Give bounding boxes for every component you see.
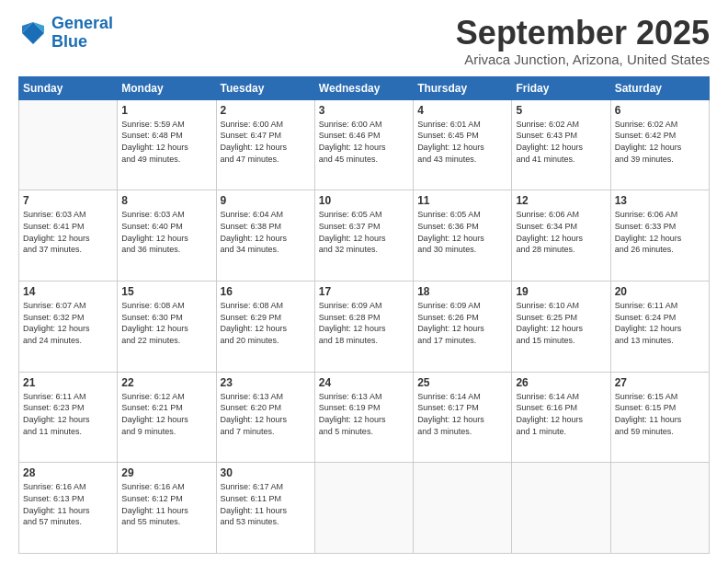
day-number: 25 xyxy=(417,375,507,390)
day-info: Sunrise: 6:02 AM Sunset: 6:43 PM Dayligh… xyxy=(516,119,606,165)
calendar-week-row: 1Sunrise: 5:59 AM Sunset: 6:48 PM Daylig… xyxy=(19,99,710,190)
calendar-cell: 5Sunrise: 6:02 AM Sunset: 6:43 PM Daylig… xyxy=(512,99,610,190)
day-info: Sunrise: 6:03 AM Sunset: 6:41 PM Dayligh… xyxy=(23,209,113,255)
calendar-cell: 7Sunrise: 6:03 AM Sunset: 6:41 PM Daylig… xyxy=(19,190,118,282)
calendar-cell: 25Sunrise: 6:14 AM Sunset: 6:17 PM Dayli… xyxy=(414,372,512,463)
calendar-cell: 15Sunrise: 6:08 AM Sunset: 6:30 PM Dayli… xyxy=(118,281,216,372)
day-number: 3 xyxy=(319,103,409,118)
day-number: 14 xyxy=(23,284,113,299)
day-number: 23 xyxy=(221,375,311,390)
day-number: 29 xyxy=(121,465,211,480)
month-title: September 2025 xyxy=(456,15,710,52)
calendar-cell: 11Sunrise: 6:05 AM Sunset: 6:36 PM Dayli… xyxy=(414,190,512,282)
calendar-cell: 21Sunrise: 6:11 AM Sunset: 6:23 PM Dayli… xyxy=(19,372,118,463)
day-info: Sunrise: 6:01 AM Sunset: 6:45 PM Dayligh… xyxy=(417,119,507,165)
calendar-cell: 17Sunrise: 6:09 AM Sunset: 6:28 PM Dayli… xyxy=(314,281,413,372)
header: General Blue September 2025 Arivaca Junc… xyxy=(18,15,710,67)
title-block: September 2025 Arivaca Junction, Arizona… xyxy=(456,15,710,67)
calendar-cell xyxy=(414,463,512,554)
weekday-header: Friday xyxy=(512,76,610,99)
calendar-cell: 2Sunrise: 6:00 AM Sunset: 6:47 PM Daylig… xyxy=(216,99,314,190)
day-info: Sunrise: 6:16 AM Sunset: 6:13 PM Dayligh… xyxy=(23,481,113,527)
day-info: Sunrise: 6:08 AM Sunset: 6:29 PM Dayligh… xyxy=(221,300,311,346)
day-info: Sunrise: 6:12 AM Sunset: 6:21 PM Dayligh… xyxy=(121,391,211,437)
calendar-cell: 20Sunrise: 6:11 AM Sunset: 6:24 PM Dayli… xyxy=(610,281,709,372)
calendar-cell: 29Sunrise: 6:16 AM Sunset: 6:12 PM Dayli… xyxy=(118,463,216,554)
day-number: 18 xyxy=(417,284,507,299)
day-number: 1 xyxy=(121,103,211,118)
day-number: 28 xyxy=(23,465,113,480)
day-number: 24 xyxy=(319,375,409,390)
calendar-cell: 23Sunrise: 6:13 AM Sunset: 6:20 PM Dayli… xyxy=(216,372,314,463)
day-number: 12 xyxy=(516,193,606,208)
day-info: Sunrise: 6:11 AM Sunset: 6:24 PM Dayligh… xyxy=(615,300,705,346)
day-number: 7 xyxy=(23,193,113,208)
day-info: Sunrise: 6:05 AM Sunset: 6:36 PM Dayligh… xyxy=(417,209,507,255)
day-number: 27 xyxy=(615,375,705,390)
calendar-cell: 12Sunrise: 6:06 AM Sunset: 6:34 PM Dayli… xyxy=(512,190,610,282)
day-info: Sunrise: 6:02 AM Sunset: 6:42 PM Dayligh… xyxy=(615,119,705,165)
day-info: Sunrise: 6:15 AM Sunset: 6:15 PM Dayligh… xyxy=(615,391,705,437)
calendar-cell: 18Sunrise: 6:09 AM Sunset: 6:26 PM Dayli… xyxy=(414,281,512,372)
weekday-header: Saturday xyxy=(610,76,709,99)
calendar-cell xyxy=(314,463,413,554)
calendar-cell: 28Sunrise: 6:16 AM Sunset: 6:13 PM Dayli… xyxy=(19,463,118,554)
day-info: Sunrise: 6:13 AM Sunset: 6:20 PM Dayligh… xyxy=(221,391,311,437)
day-info: Sunrise: 6:09 AM Sunset: 6:28 PM Dayligh… xyxy=(319,300,409,346)
calendar-cell xyxy=(19,99,118,190)
day-info: Sunrise: 5:59 AM Sunset: 6:48 PM Dayligh… xyxy=(121,119,211,165)
weekday-header: Thursday xyxy=(414,76,512,99)
calendar-cell xyxy=(512,463,610,554)
day-info: Sunrise: 6:11 AM Sunset: 6:23 PM Dayligh… xyxy=(23,391,113,437)
day-info: Sunrise: 6:00 AM Sunset: 6:46 PM Dayligh… xyxy=(319,119,409,165)
day-info: Sunrise: 6:10 AM Sunset: 6:25 PM Dayligh… xyxy=(516,300,606,346)
calendar-cell: 19Sunrise: 6:10 AM Sunset: 6:25 PM Dayli… xyxy=(512,281,610,372)
calendar-week-row: 7Sunrise: 6:03 AM Sunset: 6:41 PM Daylig… xyxy=(19,190,710,282)
calendar-cell: 9Sunrise: 6:04 AM Sunset: 6:38 PM Daylig… xyxy=(216,190,314,282)
calendar-header-row: SundayMondayTuesdayWednesdayThursdayFrid… xyxy=(19,76,710,99)
day-info: Sunrise: 6:09 AM Sunset: 6:26 PM Dayligh… xyxy=(417,300,507,346)
day-info: Sunrise: 6:03 AM Sunset: 6:40 PM Dayligh… xyxy=(121,209,211,255)
day-info: Sunrise: 6:14 AM Sunset: 6:16 PM Dayligh… xyxy=(516,391,606,437)
weekday-header: Tuesday xyxy=(216,76,314,99)
day-info: Sunrise: 6:13 AM Sunset: 6:19 PM Dayligh… xyxy=(319,391,409,437)
calendar-cell: 10Sunrise: 6:05 AM Sunset: 6:37 PM Dayli… xyxy=(314,190,413,282)
calendar-cell: 22Sunrise: 6:12 AM Sunset: 6:21 PM Dayli… xyxy=(118,372,216,463)
day-info: Sunrise: 6:05 AM Sunset: 6:37 PM Dayligh… xyxy=(319,209,409,255)
weekday-header: Monday xyxy=(118,76,216,99)
day-number: 6 xyxy=(615,103,705,118)
calendar-cell: 16Sunrise: 6:08 AM Sunset: 6:29 PM Dayli… xyxy=(216,281,314,372)
weekday-header: Wednesday xyxy=(314,76,413,99)
logo-icon xyxy=(18,18,48,48)
day-info: Sunrise: 6:06 AM Sunset: 6:33 PM Dayligh… xyxy=(615,209,705,255)
day-info: Sunrise: 6:08 AM Sunset: 6:30 PM Dayligh… xyxy=(121,300,211,346)
day-info: Sunrise: 6:16 AM Sunset: 6:12 PM Dayligh… xyxy=(121,481,211,527)
day-number: 30 xyxy=(221,465,311,480)
day-info: Sunrise: 6:07 AM Sunset: 6:32 PM Dayligh… xyxy=(23,300,113,346)
day-info: Sunrise: 6:17 AM Sunset: 6:11 PM Dayligh… xyxy=(221,481,311,527)
day-number: 16 xyxy=(221,284,311,299)
calendar-cell: 8Sunrise: 6:03 AM Sunset: 6:40 PM Daylig… xyxy=(118,190,216,282)
location-title: Arivaca Junction, Arizona, United States xyxy=(456,52,710,67)
day-info: Sunrise: 6:06 AM Sunset: 6:34 PM Dayligh… xyxy=(516,209,606,255)
day-number: 17 xyxy=(319,284,409,299)
calendar-cell: 3Sunrise: 6:00 AM Sunset: 6:46 PM Daylig… xyxy=(314,99,413,190)
day-number: 11 xyxy=(417,193,507,208)
day-number: 20 xyxy=(615,284,705,299)
day-number: 21 xyxy=(23,375,113,390)
weekday-header: Sunday xyxy=(19,76,118,99)
day-number: 9 xyxy=(221,193,311,208)
day-number: 8 xyxy=(121,193,211,208)
calendar-table: SundayMondayTuesdayWednesdayThursdayFrid… xyxy=(18,76,710,554)
page: General Blue September 2025 Arivaca Junc… xyxy=(0,0,728,563)
day-info: Sunrise: 6:04 AM Sunset: 6:38 PM Dayligh… xyxy=(221,209,311,255)
logo: General Blue xyxy=(18,15,113,52)
logo-line2: Blue xyxy=(51,32,87,51)
day-info: Sunrise: 6:00 AM Sunset: 6:47 PM Dayligh… xyxy=(221,119,311,165)
calendar-cell xyxy=(610,463,709,554)
day-number: 13 xyxy=(615,193,705,208)
day-number: 2 xyxy=(221,103,311,118)
day-number: 4 xyxy=(417,103,507,118)
day-number: 10 xyxy=(319,193,409,208)
calendar-cell: 6Sunrise: 6:02 AM Sunset: 6:42 PM Daylig… xyxy=(610,99,709,190)
